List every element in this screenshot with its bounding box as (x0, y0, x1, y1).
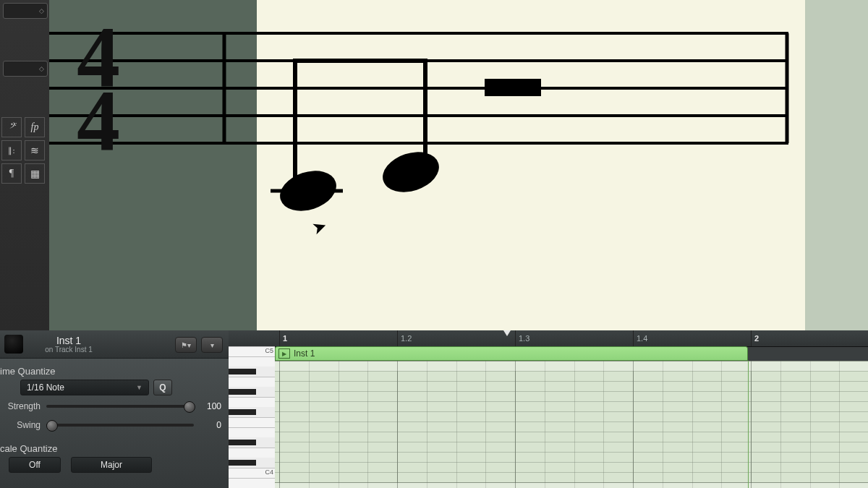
strength-value: 100 (200, 401, 221, 411)
bass-clef-icon[interactable]: 𝄢 (1, 117, 22, 137)
region-play-icon[interactable]: ▶ (278, 348, 290, 359)
notation-palette: ◇ ◇ 𝄢 fp ∥: ≋ ¶ ▦ (0, 0, 49, 330)
view-flag-button[interactable]: ⚑▾ (175, 337, 197, 353)
ruler-tick: 1 (279, 330, 287, 346)
swing-value: 0 (200, 420, 221, 430)
view-menu-button[interactable]: ▾ (201, 337, 223, 353)
dynamic-fp-icon[interactable]: fp (25, 117, 45, 137)
ruler-tick: 1.4 (633, 330, 647, 346)
strength-slider[interactable] (46, 405, 194, 408)
piano-keyboard[interactable]: C5C4 (229, 346, 275, 488)
quantize-apply-button[interactable]: Q (153, 380, 172, 395)
region-name: Inst 1 (294, 348, 315, 359)
scale-mode-select[interactable]: Major (71, 457, 152, 473)
paragraph-icon[interactable]: ¶ (1, 163, 22, 184)
keyboard-c-label: C4 (265, 468, 273, 476)
palette-stepper-1[interactable]: ◇ (3, 3, 48, 19)
timeline-ruler[interactable]: 1 1.2 1.3 1.4 2 (229, 330, 868, 347)
piano-roll-pane: Inst 1 on Track Inst 1 ⚑▾ ▾ ime Quantize… (0, 330, 868, 488)
strength-label: Strength (0, 401, 41, 411)
note-e3[interactable] (378, 145, 444, 199)
track-subtitle: on Track Inst 1 (29, 346, 109, 354)
scale-root-select[interactable]: Off (9, 457, 61, 473)
ruler-tick: 1.3 (515, 330, 529, 346)
ornaments-icon[interactable]: ≋ (25, 140, 45, 160)
time-quantize-label: ime Quantize (0, 366, 221, 377)
ruler-tick: 2 (751, 330, 759, 346)
track-name[interactable]: Inst 1 (29, 335, 109, 346)
ruler-tick: 1.2 (397, 330, 412, 346)
swing-slider[interactable] (46, 424, 194, 427)
score-editor-pane: ◇ ◇ 𝄢 fp ∥: ≋ ¶ ▦ 4 4 (0, 0, 868, 330)
piano-roll-inspector: Inst 1 on Track Inst 1 ⚑▾ ▾ ime Quantize… (0, 330, 229, 488)
quantize-grid-select[interactable]: 1/16 Note▼ (20, 380, 149, 395)
palette-stepper-2[interactable]: ◇ (3, 61, 48, 77)
rest-icon (485, 79, 541, 96)
barline-variants-icon[interactable]: ∥: (1, 140, 22, 160)
grid-icon[interactable]: ▦ (25, 163, 45, 184)
scale-quantize-label: cale Quantize (0, 443, 221, 454)
playhead-icon[interactable] (501, 330, 513, 338)
track-instrument-icon[interactable] (4, 335, 23, 354)
score-staff: 4 4 (49, 0, 868, 330)
midi-region-header[interactable]: ▶ Inst 1 (275, 346, 748, 361)
region-extent (275, 361, 749, 488)
time-sig-bot: 4 (77, 73, 120, 169)
swing-label: Swing (0, 420, 41, 430)
keyboard-c-label: C5 (265, 347, 273, 354)
